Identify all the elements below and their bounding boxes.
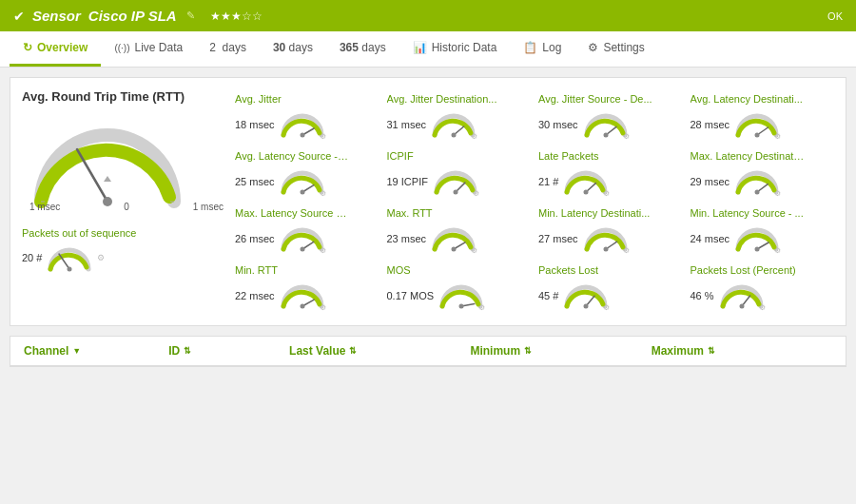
gauge-settings-6[interactable]: ⚙ xyxy=(603,189,610,198)
gauge-label-7[interactable]: Max. Latency Destinati... xyxy=(691,150,805,162)
svg-point-12 xyxy=(603,133,608,138)
tab-30days[interactable]: 30 days xyxy=(260,31,326,67)
gauge-value-15: 46 % xyxy=(691,290,714,301)
gauge-value-0: 18 msec xyxy=(235,119,275,130)
table-col-channel[interactable]: Channel ▼ xyxy=(24,344,168,358)
gauge-mini-4: ⚙ xyxy=(279,164,326,198)
gauge-mini-13: ⚙ xyxy=(438,278,485,312)
gauge-label-15[interactable]: Packets Lost (Percent) xyxy=(691,264,796,276)
gauge-settings-5[interactable]: ⚙ xyxy=(473,189,479,198)
log-icon: 📋 xyxy=(523,41,537,54)
gauge-mini-12: ⚙ xyxy=(279,278,326,312)
gauge-item-10: Min. Latency Destinati... 27 msec ⚙ xyxy=(535,204,683,257)
svg-point-34 xyxy=(459,304,464,309)
gauge-settings-1[interactable]: ⚙ xyxy=(471,132,477,141)
tab-historic[interactable]: 📊 Historic Data xyxy=(399,31,511,67)
gauge-label-6[interactable]: Late Packets xyxy=(538,150,599,162)
main-gauge-center-label: 0 xyxy=(124,202,129,212)
gauge-value-3: 28 msec xyxy=(691,119,730,130)
gauge-panel: Avg. Round Trip Time (RTT) 1 ms xyxy=(10,77,846,326)
svg-point-38 xyxy=(739,304,744,309)
gauge-settings-7[interactable]: ⚙ xyxy=(774,189,781,198)
svg-point-6 xyxy=(68,267,72,272)
star-rating[interactable]: ★★★☆☆ xyxy=(210,10,263,23)
gauge-label-12[interactable]: Min. RTT xyxy=(235,264,278,276)
gauge-settings-0[interactable]: ⚙ xyxy=(320,132,326,141)
packets-out-value: 20 # xyxy=(22,252,42,263)
maximum-sort-icon: ⇅ xyxy=(708,346,715,356)
gauge-value-10: 27 msec xyxy=(538,233,578,244)
gauge-label-1[interactable]: Avg. Jitter Destination... xyxy=(387,93,497,105)
gauge-value-5: 19 ICPIF xyxy=(387,176,428,187)
edit-icon[interactable]: ✎ xyxy=(186,10,195,22)
gauge-item-9: Max. RTT 23 msec ⚙ xyxy=(383,204,532,257)
svg-point-16 xyxy=(300,190,304,195)
gauge-mini-9: ⚙ xyxy=(430,221,477,255)
gauge-settings-9[interactable]: ⚙ xyxy=(471,246,477,255)
tab-live-data[interactable]: ((·)) Live Data xyxy=(101,31,196,67)
tab-historic-label: Historic Data xyxy=(432,41,497,54)
tab-2days[interactable]: 2 days xyxy=(196,31,260,67)
tab-365days[interactable]: 365 days xyxy=(326,31,399,67)
gauge-settings-4[interactable]: ⚙ xyxy=(320,189,326,198)
gauge-label-9[interactable]: Max. RTT xyxy=(387,207,433,219)
tab-overview[interactable]: ↻ Overview xyxy=(10,31,101,67)
table-col-lastvalue[interactable]: Last Value ⇅ xyxy=(289,344,470,358)
gauge-settings-14[interactable]: ⚙ xyxy=(603,303,610,312)
gauge-label-4[interactable]: Avg. Latency Source - ... xyxy=(235,150,349,162)
tab-live-label: Live Data xyxy=(134,41,183,54)
gauge-settings-2[interactable]: ⚙ xyxy=(623,132,630,141)
gauges-right-grid: Avg. Jitter 18 msec ⚙ Avg. Jitter Destin… xyxy=(231,89,834,314)
gauge-value-4: 25 msec xyxy=(235,176,275,187)
gauge-settings-11[interactable]: ⚙ xyxy=(774,246,781,255)
svg-point-24 xyxy=(300,247,304,252)
gauge-settings-12[interactable]: ⚙ xyxy=(320,303,326,312)
gauge-label-10[interactable]: Min. Latency Destinati... xyxy=(538,207,650,219)
tab-log[interactable]: 📋 Log xyxy=(510,31,574,67)
tab-365days-label: 365 days xyxy=(340,41,386,54)
gauge-mini-8: ⚙ xyxy=(279,221,326,255)
main-gauge-title: Avg. Round Trip Time (RTT) xyxy=(22,89,231,104)
table-header: Channel ▼ ID ⇅ Last Value ⇅ Minimum ⇅ Ma… xyxy=(10,337,846,366)
table-col-maximum[interactable]: Maximum ⇅ xyxy=(652,344,832,358)
gauge-mini-11: ⚙ xyxy=(733,221,781,255)
gauge-settings-10[interactable]: ⚙ xyxy=(623,246,630,255)
packets-out-settings[interactable]: ⚙ xyxy=(97,253,105,262)
gauge-label-5[interactable]: ICPIF xyxy=(387,150,414,162)
svg-point-20 xyxy=(584,190,589,195)
table-col-id[interactable]: ID ⇅ xyxy=(168,344,289,358)
gauge-label-11[interactable]: Min. Latency Source - ... xyxy=(691,207,804,219)
gauge-item-8: Max. Latency Source - ... 26 msec ⚙ xyxy=(231,204,379,257)
gauge-item-11: Min. Latency Source - ... 24 msec ⚙ xyxy=(687,204,835,257)
gauge-value-2: 30 msec xyxy=(538,119,578,130)
gauge-settings-13[interactable]: ⚙ xyxy=(478,303,485,312)
svg-marker-4 xyxy=(104,176,111,182)
header-status: OK xyxy=(827,10,843,22)
gauge-item-13: MOS 0.17 MOS ⚙ xyxy=(383,261,532,314)
tab-settings[interactable]: ⚙ Settings xyxy=(574,31,657,67)
gauge-settings-15[interactable]: ⚙ xyxy=(759,303,766,312)
id-sort-icon: ⇅ xyxy=(184,346,191,356)
gauge-item-3: Avg. Latency Destinati... 28 msec ⚙ xyxy=(687,89,835,143)
gauge-mini-15: ⚙ xyxy=(718,278,766,312)
gauge-label-8[interactable]: Max. Latency Source - ... xyxy=(235,207,349,219)
minimum-sort-icon: ⇅ xyxy=(524,346,532,356)
channel-label: Channel xyxy=(24,344,68,358)
gauge-label-14[interactable]: Packets Lost xyxy=(538,264,598,276)
historic-icon: 📊 xyxy=(413,41,427,54)
tab-30days-label: 30 days xyxy=(273,41,313,54)
table-col-minimum[interactable]: Minimum ⇅ xyxy=(470,344,651,358)
channel-sort-icon: ▼ xyxy=(72,346,81,356)
gauge-label-3[interactable]: Avg. Latency Destinati... xyxy=(691,93,803,105)
gauge-label-2[interactable]: Avg. Jitter Source - De... xyxy=(538,93,652,105)
gauge-settings-8[interactable]: ⚙ xyxy=(320,246,326,255)
gauge-label-13[interactable]: MOS xyxy=(387,264,411,276)
gauge-label-0[interactable]: Avg. Jitter xyxy=(235,93,282,105)
packets-out-label[interactable]: Packets out of sequence xyxy=(22,227,231,239)
main-gauge-left-label: 1 msec xyxy=(29,202,60,212)
gauge-value-6: 21 # xyxy=(538,176,558,187)
svg-point-8 xyxy=(300,133,304,138)
svg-point-14 xyxy=(755,133,760,138)
gauge-settings-3[interactable]: ⚙ xyxy=(774,132,781,141)
svg-point-1 xyxy=(103,197,112,206)
